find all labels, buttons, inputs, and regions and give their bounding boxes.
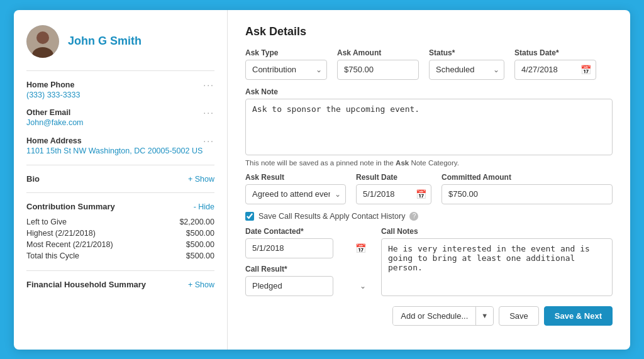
date-contacted-input-wrapper[interactable]: 📅 — [245, 238, 371, 258]
call-result-select-wrapper[interactable]: Pledged Not interested Left message Agre… — [245, 276, 371, 296]
ask-result-select[interactable]: Agreed to attend even Not interested Lef… — [245, 184, 346, 204]
contribution-row-0: Left to Give $2,200.00 — [26, 216, 214, 228]
ask-note-label: Ask Note — [245, 87, 613, 96]
status-label: Status* — [429, 48, 504, 57]
contribution-label-0: Left to Give — [26, 218, 67, 226]
contribution-amount-1: $500.00 — [186, 229, 214, 238]
status-date-input-wrapper[interactable]: 📅 — [514, 60, 596, 80]
committed-amount-label: Committed Amount — [441, 173, 613, 182]
ask-result-row: Ask Result Agreed to attend even Not int… — [245, 173, 613, 204]
contribution-amount-0: $2,200.00 — [179, 218, 214, 226]
contribution-label-2: Most Recent (2/21/2018) — [26, 240, 113, 249]
add-or-schedule-arrow[interactable]: ▼ — [476, 307, 493, 324]
call-notes-group: Call Notes He is very interested in the … — [381, 227, 613, 296]
contact-section: Home Phone (333) 333-3333 ··· Other Emai… — [26, 70, 214, 165]
avatar — [26, 25, 59, 58]
contribution-amount-3: $500.00 — [186, 251, 214, 260]
other-email-item: Other Email John@fake.com ··· — [26, 108, 214, 128]
ask-amount-input[interactable] — [337, 60, 419, 80]
save-call-results-checkbox[interactable] — [245, 212, 254, 221]
result-date-input[interactable] — [356, 184, 431, 204]
date-contacted-call-notes-row: Date Contacted* 📅 Call Result* Pledged N… — [245, 227, 613, 296]
home-address-label: Home Address — [26, 136, 203, 146]
date-contacted-input[interactable] — [245, 238, 333, 258]
other-email-value: John@fake.com — [26, 118, 84, 128]
save-button[interactable]: Save — [499, 306, 539, 326]
home-phone-item: Home Phone (333) 333-3333 ··· — [26, 80, 214, 101]
right-panel: Ask Details Ask Type Contribution Pledge… — [228, 10, 630, 350]
committed-amount-input[interactable] — [441, 184, 613, 204]
save-next-button[interactable]: Save & Next — [544, 306, 613, 326]
call-notes-section: Call Notes He is very interested in the … — [381, 227, 613, 296]
financial-household-section: Financial Household Summary + Show — [26, 270, 214, 298]
contribution-row-2: Most Recent (2/21/2018) $500.00 — [26, 239, 214, 250]
help-icon[interactable]: ? — [409, 212, 418, 221]
home-phone-menu[interactable]: ··· — [203, 80, 214, 90]
profile-section: John G Smith — [26, 25, 214, 58]
date-contacted-calendar-icon: 📅 — [355, 243, 366, 253]
call-notes-textarea[interactable]: He is very interested in the event and i… — [381, 238, 613, 296]
home-phone-group: Home Phone (333) 333-3333 — [26, 80, 80, 101]
ask-result-select-wrapper[interactable]: Agreed to attend even Not interested Lef… — [245, 184, 346, 204]
bio-section: Bio + Show — [26, 165, 214, 192]
result-date-input-wrapper[interactable]: 📅 — [356, 184, 431, 204]
ask-amount-group: Ask Amount — [337, 48, 419, 80]
contribution-row-3: Total this Cycle $500.00 — [26, 250, 214, 262]
committed-amount-group: Committed Amount — [441, 173, 613, 204]
contribution-label-3: Total this Cycle — [26, 251, 79, 260]
home-address-value: 1101 15th St NW Washington, DC 20005-500… — [26, 146, 203, 156]
other-email-group: Other Email John@fake.com — [26, 108, 84, 128]
profile-name: John G Smith — [68, 35, 142, 48]
home-address-menu[interactable]: ··· — [203, 136, 214, 146]
ask-details-title: Ask Details — [245, 25, 613, 38]
result-date-label: Result Date — [356, 173, 431, 182]
ask-note-hint: This note will be saved as a pinned note… — [245, 159, 613, 167]
home-address-group: Home Address 1101 15th St NW Washington,… — [26, 136, 203, 157]
save-call-results-label: Save Call Results & Apply Contact Histor… — [258, 212, 405, 221]
ask-result-label: Ask Result — [245, 173, 346, 182]
left-panel: John G Smith Home Phone (333) 333-3333 ·… — [14, 10, 228, 350]
status-select[interactable]: Scheduled Completed Cancelled Pending — [429, 60, 504, 80]
date-contacted-section: Date Contacted* 📅 Call Result* Pledged N… — [245, 227, 371, 296]
bio-label: Bio — [26, 174, 40, 184]
call-notes-label: Call Notes — [381, 227, 613, 236]
contribution-amount-2: $500.00 — [186, 240, 214, 249]
contribution-summary-section: Contribution Summary - Hide Left to Give… — [26, 192, 214, 270]
add-or-schedule-button[interactable]: Add or Schedule... — [393, 307, 476, 325]
svg-point-1 — [36, 31, 49, 44]
status-date-label: Status Date* — [514, 48, 596, 57]
status-date-group: Status Date* 📅 — [514, 48, 596, 80]
add-or-schedule-dropdown[interactable]: Add or Schedule... ▼ — [392, 306, 494, 326]
status-select-wrapper[interactable]: Scheduled Completed Cancelled Pending — [429, 60, 504, 80]
date-contacted-label: Date Contacted* — [245, 227, 371, 236]
financial-household-label: Financial Household Summary — [26, 280, 146, 289]
contribution-label-1: Highest (2/21/2018) — [26, 229, 96, 238]
call-result-group: Call Result* Pledged Not interested Left… — [245, 265, 371, 296]
ask-note-textarea[interactable]: Ask to sponsor the upcoming event. — [245, 99, 613, 155]
ask-details-row1: Ask Type Contribution Pledge Gift Matchi… — [245, 48, 613, 80]
ask-amount-label: Ask Amount — [337, 48, 419, 57]
status-group: Status* Scheduled Completed Cancelled Pe… — [429, 48, 504, 80]
date-contacted-group: Date Contacted* 📅 — [245, 227, 371, 258]
home-phone-value: (333) 333-3333 — [26, 90, 80, 100]
save-call-results-row: Save Call Results & Apply Contact Histor… — [245, 212, 613, 221]
contribution-row-1: Highest (2/21/2018) $500.00 — [26, 228, 214, 239]
ask-note-group: Ask Note Ask to sponsor the upcoming eve… — [245, 87, 613, 155]
ask-type-select-wrapper[interactable]: Contribution Pledge Gift Matching Gift — [245, 60, 327, 80]
ask-type-label: Ask Type — [245, 48, 327, 57]
other-email-menu[interactable]: ··· — [203, 108, 214, 118]
bio-show-link[interactable]: + Show — [188, 175, 214, 184]
contribution-summary-title: Contribution Summary — [26, 202, 115, 211]
home-phone-label: Home Phone — [26, 80, 80, 90]
call-result-label: Call Result* — [245, 265, 371, 273]
ask-type-select[interactable]: Contribution Pledge Gift Matching Gift — [245, 60, 327, 80]
status-date-input[interactable] — [514, 60, 596, 80]
financial-household-show-link[interactable]: + Show — [188, 280, 214, 289]
ask-result-group: Ask Result Agreed to attend even Not int… — [245, 173, 346, 204]
home-address-item: Home Address 1101 15th St NW Washington,… — [26, 136, 214, 157]
call-result-select[interactable]: Pledged Not interested Left message Agre… — [245, 276, 333, 296]
other-email-label: Other Email — [26, 108, 84, 118]
ask-type-group: Ask Type Contribution Pledge Gift Matchi… — [245, 48, 327, 80]
result-date-group: Result Date 📅 — [356, 173, 431, 204]
contribution-hide-link[interactable]: - Hide — [194, 202, 214, 211]
